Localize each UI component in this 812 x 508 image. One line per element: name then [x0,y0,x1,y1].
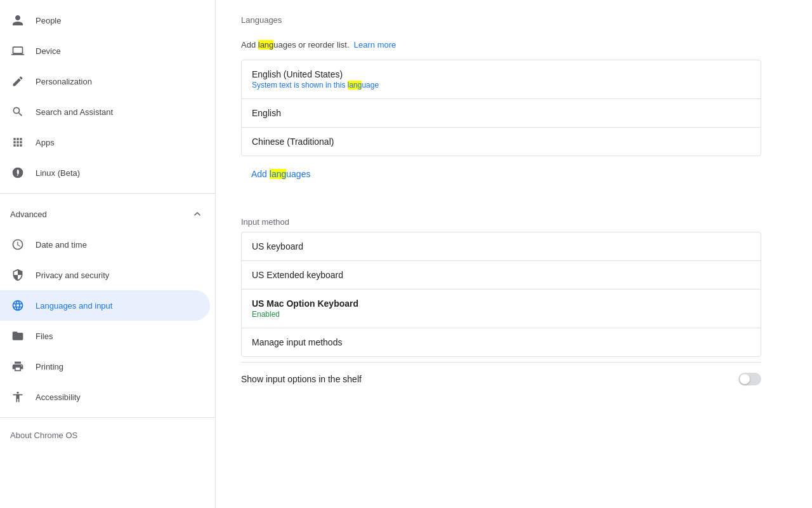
sidebar-item-privacy[interactable]: Privacy and security [0,260,210,290]
input-method-section: Input method US keyboard US Extended key… [241,202,761,357]
person-icon [10,13,25,28]
sidebar-item-device[interactable]: Device [0,36,210,66]
sidebar-item-label: Search and Assistant [36,107,113,117]
language-item-english[interactable]: English [242,99,761,128]
language-item-english-us[interactable]: English (United States) System text is s… [242,60,761,99]
learn-more-link[interactable]: Learn more [354,40,396,50]
globe-icon [10,298,25,313]
laptop-icon [10,43,25,58]
add-lang-highlight: lang [270,169,286,179]
sidebar-item-printing[interactable]: Printing [0,351,210,382]
show-input-label: Show input options in the shelf [241,374,362,384]
language-name: Chinese (Traditional) [252,137,750,147]
language-item-chinese[interactable]: Chinese (Traditional) [242,128,761,156]
add-languages-link[interactable]: Add languages [241,161,761,187]
input-name: Manage input methods [252,337,750,347]
sidebar-item-accessibility[interactable]: Accessibility [0,382,210,412]
enabled-label: Enabled [252,310,750,319]
sidebar-item-label: Linux (Beta) [36,168,80,178]
input-method-list: US keyboard US Extended keyboard US Mac … [241,232,761,357]
sidebar-item-label: Printing [36,362,63,371]
show-input-options-row: Show input options in the shelf [241,362,761,396]
sidebar-item-files[interactable]: Files [0,321,210,351]
sidebar-item-label: Personalization [36,77,92,86]
input-item-us-mac[interactable]: US Mac Option Keyboard Enabled [242,290,761,328]
languages-section-heading: Languages [241,0,761,30]
sidebar-item-label: Device [36,46,61,56]
folder-icon [10,328,25,344]
input-name: US keyboard [252,241,750,251]
advanced-section-header[interactable]: Advanced [0,199,215,229]
about-chromeos[interactable]: About Chrome OS [0,423,215,448]
input-item-us-extended[interactable]: US Extended keyboard [242,261,761,290]
sidebar-item-datetime[interactable]: Date and time [0,229,210,260]
add-languages-description: Add languages or reorder list. Learn mor… [241,30,761,60]
input-name: US Extended keyboard [252,270,750,280]
sidebar-item-apps[interactable]: Apps [0,127,210,157]
about-label: About Chrome OS [10,431,77,440]
sidebar-item-personalization[interactable]: Personalization [0,66,210,97]
sidebar-item-label: Files [36,331,53,341]
sidebar-item-label: People [36,16,61,25]
divider [0,193,215,194]
edit-icon [10,74,25,89]
input-item-us-keyboard[interactable]: US keyboard [242,232,761,261]
sidebar-item-label: Date and time [36,240,87,250]
print-icon [10,359,25,374]
linux-icon [10,165,25,180]
language-name: English (United States) [252,69,750,79]
chevron-up-icon [190,206,205,222]
accessibility-icon [10,389,25,404]
input-method-heading: Input method [241,202,761,232]
input-name: US Mac Option Keyboard [252,298,750,309]
sidebar-item-label: Languages and input [36,301,112,311]
sidebar-item-search[interactable]: Search and Assistant [0,97,210,127]
advanced-label: Advanced [10,210,190,219]
show-input-toggle[interactable] [738,373,761,385]
apps-icon [10,135,25,150]
language-list: English (United States) System text is s… [241,60,761,156]
clock-icon [10,237,25,252]
search-icon [10,104,25,119]
sidebar-item-people[interactable]: People [0,5,210,36]
input-item-manage[interactable]: Manage input methods [242,328,761,356]
language-sub: System text is shown in this language [252,81,750,90]
sidebar-item-linux[interactable]: Linux (Beta) [0,157,210,188]
divider2 [0,417,215,418]
description-text: Add languages or reorder list. [241,40,351,50]
shield-icon [10,267,25,283]
sidebar-item-languages[interactable]: Languages and input [0,290,210,321]
language-name: English [252,108,750,118]
sidebar-item-label: Privacy and security [36,271,109,280]
sidebar: People Device Personalization Search and… [0,0,216,508]
sidebar-item-label: Apps [36,138,55,147]
sidebar-item-label: Accessibility [36,392,81,402]
lang-highlight2: lang [348,81,362,90]
main-content: Languages Add languages or reorder list.… [216,0,812,508]
lang-highlight: lang [258,40,274,50]
